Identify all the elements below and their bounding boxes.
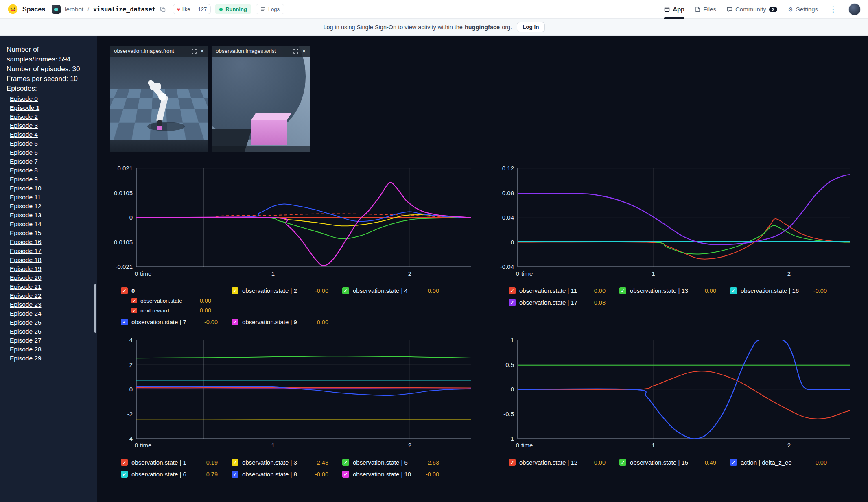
chart-plot[interactable]: 0.120.080.040-0.04012time — [498, 164, 855, 282]
chart-plot[interactable]: 420-2-4012time — [110, 336, 476, 453]
legend-checkbox[interactable]: ✓ — [232, 287, 238, 294]
episode-link[interactable]: Episode 12 — [10, 202, 42, 211]
expand-icon[interactable] — [192, 49, 197, 54]
legend-checkbox[interactable]: ✓ — [232, 471, 238, 478]
line-chart-svg[interactable]: 10.50-0.5-1012time — [498, 336, 855, 453]
legend-checkbox[interactable]: ✓ — [730, 459, 737, 466]
legend-checkbox[interactable]: ✓ — [509, 287, 516, 294]
episode-link[interactable]: Episode 19 — [10, 264, 42, 273]
tab-community[interactable]: Community 2 — [727, 0, 777, 19]
episode-link[interactable]: Episode 13 — [10, 211, 42, 220]
login-button[interactable]: Log In — [517, 22, 545, 32]
like-count[interactable]: 127 — [194, 4, 210, 14]
episode-link[interactable]: Episode 11 — [10, 193, 41, 202]
legend-row[interactable]: ✓action | delta_z_ee0.00 — [730, 459, 833, 466]
legend-row[interactable]: ✓observation.state | 170.08 — [509, 299, 611, 306]
chart-plot[interactable]: 10.50-0.5-1012time — [498, 336, 855, 453]
episode-link[interactable]: Episode 21 — [10, 282, 42, 291]
legend-row[interactable]: ✓observation.state | 110.00 — [509, 287, 611, 294]
episode-link[interactable]: Episode 6 — [10, 148, 38, 157]
episode-link[interactable]: Episode 0 — [10, 94, 38, 103]
legend-row[interactable]: ✓observation.state | 3-2.43 — [232, 459, 334, 466]
legend-row[interactable]: ✓observation.state | 10-0.00 — [342, 471, 445, 478]
legend-row[interactable]: ✓observation.state | 8-0.00 — [232, 471, 334, 478]
episode-link[interactable]: Episode 17 — [10, 247, 42, 255]
legend-checkbox[interactable]: ✓ — [342, 287, 349, 294]
line-chart-svg[interactable]: 0.120.080.040-0.04012time — [498, 164, 855, 282]
line-chart-svg[interactable]: 0.0210.010500.0105-0.021012time — [110, 164, 476, 282]
legend-checkbox[interactable]: ✓ — [121, 459, 128, 466]
chart-plot[interactable]: 0.0210.010500.0105-0.021012time — [110, 164, 476, 282]
legend-checkbox[interactable]: ✓ — [342, 471, 349, 478]
close-icon[interactable]: × — [200, 48, 204, 55]
spaces-brand[interactable]: Spaces — [22, 6, 45, 13]
copy-icon[interactable] — [160, 7, 166, 12]
tab-app[interactable]: App — [664, 0, 684, 19]
legend-row[interactable]: ✓observation.state | 150.49 — [619, 459, 722, 466]
legend-row[interactable]: ✓observation.state | 60.79 — [121, 471, 223, 478]
episode-link[interactable]: Episode 25 — [10, 318, 42, 327]
legend-row[interactable]: ✓observation.state | 10.19 — [121, 459, 223, 466]
video-frame-wrist[interactable] — [212, 46, 310, 152]
episode-link[interactable]: Episode 3 — [10, 121, 38, 130]
video-frame-front[interactable] — [110, 46, 208, 152]
close-icon[interactable]: × — [302, 48, 306, 55]
legend-row[interactable]: ✓next.reward0.00 — [131, 307, 217, 314]
episode-link[interactable]: Episode 8 — [10, 166, 38, 175]
episode-link[interactable]: Episode 9 — [10, 175, 38, 184]
tab-settings[interactable]: ⚙ Settings — [788, 0, 818, 19]
episode-link[interactable]: Episode 26 — [10, 327, 42, 336]
episode-link[interactable]: Episode 20 — [10, 273, 42, 282]
episode-link[interactable]: Episode 28 — [10, 345, 42, 354]
legend-row[interactable]: ✓observation.state0.00 — [131, 297, 217, 304]
user-avatar[interactable] — [848, 3, 861, 15]
legend-checkbox[interactable]: ✓ — [619, 459, 626, 466]
episode-link[interactable]: Episode 23 — [10, 300, 42, 309]
episode-link[interactable]: Episode 27 — [10, 336, 42, 345]
kebab-menu-icon[interactable]: ⋮ — [829, 4, 838, 14]
episode-link[interactable]: Episode 29 — [10, 354, 42, 363]
legend-row[interactable]: ✓observation.state | 130.00 — [619, 287, 722, 294]
episode-link[interactable]: Episode 5 — [10, 139, 38, 148]
legend-checkbox[interactable]: ✓ — [730, 287, 737, 294]
legend-row[interactable]: ✓observation.state | 120.00 — [509, 459, 611, 466]
legend-checkbox[interactable]: ✓ — [121, 319, 128, 325]
legend-checkbox[interactable]: ✓ — [509, 459, 516, 466]
episode-link[interactable]: Episode 22 — [10, 291, 42, 300]
legend-row[interactable]: ✓observation.state | 2-0.00 — [232, 287, 334, 294]
expand-icon[interactable] — [293, 49, 298, 54]
legend-row[interactable]: ✓0 — [121, 287, 223, 294]
episode-link[interactable]: Episode 10 — [10, 184, 42, 193]
episode-link[interactable]: Episode 7 — [10, 157, 38, 166]
episode-link[interactable]: Episode 24 — [10, 309, 42, 318]
line-chart-svg[interactable]: 420-2-4012time — [110, 336, 476, 453]
legend-checkbox[interactable]: ✓ — [121, 471, 128, 478]
episode-link[interactable]: Episode 14 — [10, 220, 42, 229]
legend-row[interactable]: ✓observation.state | 7-0.00 — [121, 319, 223, 325]
space-avatar[interactable] — [52, 5, 61, 14]
legend-checkbox[interactable]: ✓ — [232, 459, 238, 466]
legend-row[interactable]: ✓observation.state | 40.00 — [342, 287, 445, 294]
like-button[interactable]: ♥ like — [173, 4, 194, 14]
legend-checkbox[interactable]: ✓ — [131, 298, 137, 303]
legend-checkbox[interactable]: ✓ — [131, 308, 137, 313]
legend-row[interactable]: ✓observation.state | 52.63 — [342, 459, 445, 466]
huggingface-logo-icon[interactable] — [7, 4, 18, 15]
legend-row[interactable]: ✓observation.state | 16-0.00 — [730, 287, 833, 294]
episode-link[interactable]: Episode 16 — [10, 238, 42, 247]
legend-checkbox[interactable]: ✓ — [342, 459, 349, 466]
episode-link[interactable]: Episode 18 — [10, 255, 42, 264]
logs-button[interactable]: Logs — [256, 4, 284, 14]
episode-link[interactable]: Episode 15 — [10, 229, 42, 238]
episode-link[interactable]: Episode 4 — [10, 130, 38, 139]
episode-link[interactable]: Episode 1 — [10, 103, 39, 112]
space-owner[interactable]: lerobot — [65, 6, 83, 13]
legend-checkbox[interactable]: ✓ — [232, 319, 238, 325]
tab-files[interactable]: Files — [695, 0, 716, 19]
legend-checkbox[interactable]: ✓ — [619, 287, 626, 294]
running-status-badge[interactable]: Running — [215, 4, 251, 14]
legend-row[interactable]: ✓observation.state | 90.00 — [232, 319, 334, 325]
legend-checkbox[interactable]: ✓ — [509, 299, 516, 306]
legend-checkbox[interactable]: ✓ — [121, 287, 128, 294]
scrollbar-thumb[interactable] — [94, 284, 96, 333]
